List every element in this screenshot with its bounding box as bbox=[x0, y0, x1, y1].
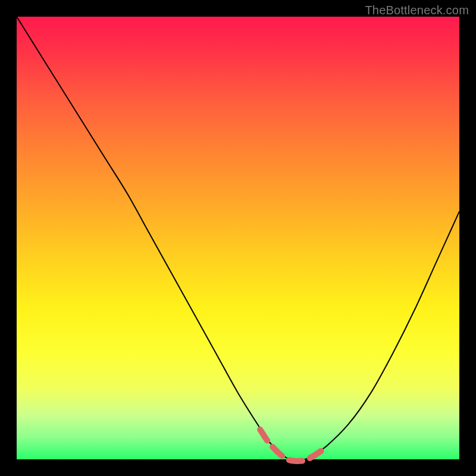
bottleneck-curve-line bbox=[17, 17, 459, 460]
chart-svg bbox=[17, 17, 459, 459]
optimal-valley-highlight bbox=[260, 430, 327, 461]
watermark-text: TheBottleneck.com bbox=[365, 4, 469, 17]
chart-plot-area bbox=[17, 17, 459, 459]
